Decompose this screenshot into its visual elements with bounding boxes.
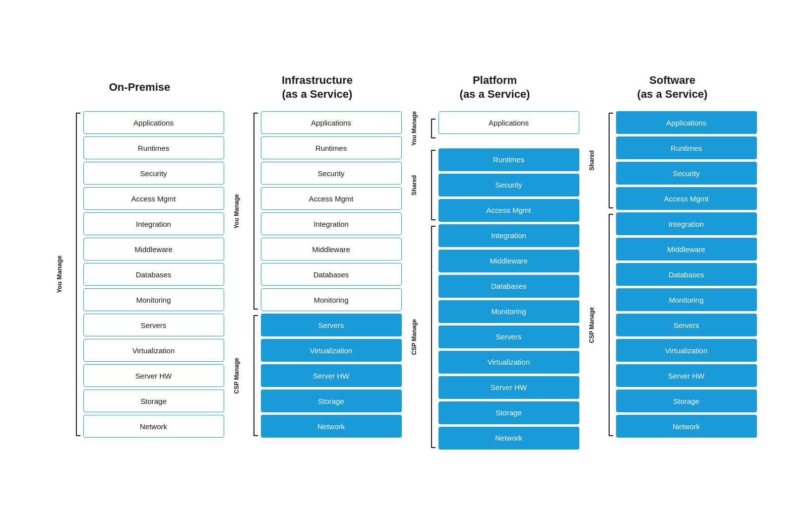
column-body-on-premise: You Manage ApplicationsRuntimesSecurityA…: [56, 111, 224, 438]
column-paas: Platform (as a Service)You Manage Applic…: [411, 70, 579, 450]
item-iaas-0-3: Access Mgmt: [261, 187, 402, 210]
item-iaas-0-0: Applications: [261, 111, 402, 134]
item-on-premise-1: Runtimes: [83, 136, 224, 159]
section-label-on-premise-0: You Manage: [56, 256, 74, 293]
item-iaas-0-4: Integration: [261, 212, 402, 235]
item-saas-1-5: Virtualization: [616, 339, 757, 362]
item-paas-2-0: Integration: [438, 224, 579, 247]
item-on-premise-6: Databases: [83, 263, 224, 286]
item-on-premise-8: Servers: [83, 314, 224, 336]
item-on-premise-10: Server HW: [83, 364, 224, 387]
item-on-premise-5: Middleware: [83, 238, 224, 260]
section-label-paas-0: You Manage: [411, 111, 430, 146]
section-label-iaas-0: You Manage: [233, 194, 252, 229]
item-saas-0-0: Applications: [616, 111, 757, 134]
item-on-premise-12: Network: [83, 415, 224, 438]
column-saas: Software (as a Service)Shared Applicatio…: [588, 70, 757, 438]
item-paas-2-1: Middleware: [438, 250, 579, 272]
item-iaas-0-6: Databases: [261, 263, 402, 286]
column-on-premise: On-PremiseYou Manage ApplicationsRuntime…: [56, 70, 224, 438]
item-paas-2-3: Monitoring: [438, 300, 579, 323]
item-saas-1-4: Servers: [616, 314, 757, 336]
item-iaas-1-1: Virtualization: [261, 339, 402, 362]
item-saas-1-6: Server HW: [616, 364, 757, 387]
item-on-premise-4: Integration: [83, 212, 224, 235]
column-body-saas: Shared ApplicationsRuntimesSecurityAcces…: [588, 111, 757, 438]
item-iaas-0-7: Monitoring: [261, 288, 402, 311]
item-paas-2-2: Databases: [438, 275, 579, 298]
column-body-paas: You Manage ApplicationsShared RuntimesSe…: [411, 111, 579, 450]
item-paas-1-2: Access Mgmt: [438, 199, 579, 222]
item-on-premise-9: Virtualization: [83, 339, 224, 362]
item-on-premise-2: Security: [83, 162, 224, 185]
item-paas-2-7: Storage: [438, 401, 579, 424]
column-iaas: Infrastructure (as a Service)You Manage …: [233, 70, 402, 438]
column-title-on-premise: On-Premise: [109, 70, 171, 104]
item-saas-0-1: Runtimes: [616, 136, 757, 159]
item-iaas-0-5: Middleware: [261, 238, 402, 260]
item-iaas-1-3: Storage: [261, 390, 402, 412]
item-paas-2-4: Servers: [438, 325, 579, 348]
item-saas-1-0: Integration: [616, 212, 757, 235]
section-label-saas-1: CSP Manage: [588, 307, 607, 343]
item-paas-1-0: Runtimes: [438, 148, 579, 171]
item-paas-2-6: Server HW: [438, 376, 579, 399]
item-saas-1-8: Network: [616, 415, 757, 438]
section-label-paas-1: Shared: [411, 175, 430, 195]
diagram-container: On-PremiseYou Manage ApplicationsRuntime…: [46, 56, 767, 464]
section-label-paas-2: CSP Manage: [411, 319, 430, 355]
section-label-saas-0: Shared: [588, 150, 607, 171]
item-on-premise-7: Monitoring: [83, 288, 224, 311]
item-paas-2-5: Virtualization: [438, 351, 579, 374]
item-paas-0-0: Applications: [438, 111, 579, 134]
item-saas-1-7: Storage: [616, 390, 757, 412]
item-saas-1-1: Middleware: [616, 238, 757, 260]
item-iaas-1-4: Network: [261, 415, 402, 438]
item-on-premise-11: Storage: [83, 390, 224, 412]
column-body-iaas: You Manage ApplicationsRuntimesSecurityA…: [233, 111, 402, 438]
item-saas-1-3: Monitoring: [616, 288, 757, 311]
column-title-paas: Platform (as a Service): [460, 70, 530, 104]
item-saas-1-2: Databases: [616, 263, 757, 286]
item-on-premise-0: Applications: [83, 111, 224, 134]
item-iaas-0-2: Security: [261, 162, 402, 185]
item-on-premise-3: Access Mgmt: [83, 187, 224, 210]
section-label-iaas-1: CSP Manage: [233, 358, 252, 393]
item-iaas-1-2: Server HW: [261, 364, 402, 387]
column-title-saas: Software (as a Service): [637, 70, 708, 104]
column-title-iaas: Infrastructure (as a Service): [282, 70, 353, 104]
item-saas-0-3: Access Mgmt: [616, 187, 757, 210]
item-saas-0-2: Security: [616, 162, 757, 185]
item-iaas-1-0: Servers: [261, 314, 402, 336]
item-paas-1-1: Security: [438, 174, 579, 196]
item-paas-2-8: Network: [438, 427, 579, 450]
item-iaas-0-1: Runtimes: [261, 136, 402, 159]
